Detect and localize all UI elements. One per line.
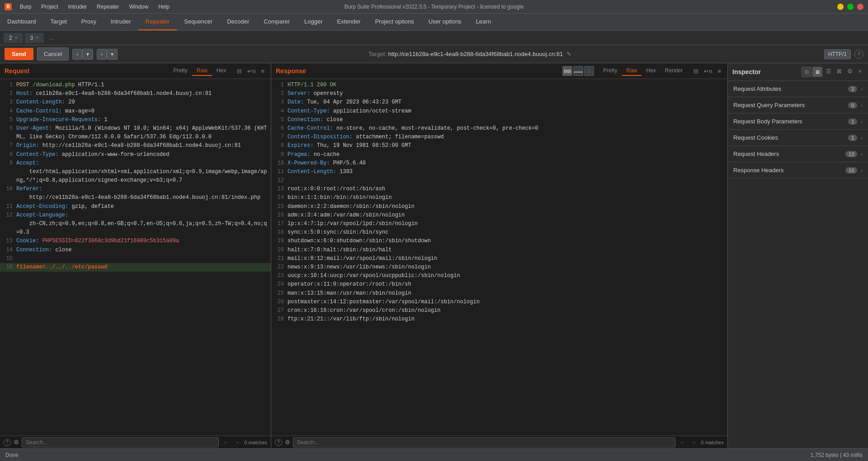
window-controls: − □ ×	[837, 4, 863, 10]
response-view-full[interactable]: □	[584, 66, 594, 76]
inspector-split-icon[interactable]: ⊠	[835, 67, 844, 77]
inspector-view-2[interactable]: ⊞	[812, 67, 822, 77]
request-search-forward[interactable]: →	[233, 439, 241, 446]
response-view-vert[interactable]: ▬▬	[573, 66, 583, 76]
response-line-10: 10 X-Powered-By: PHP/5.6.40	[271, 159, 727, 168]
status-left: Done	[5, 452, 19, 458]
nav-tab-user-options[interactable]: User options	[421, 14, 469, 30]
inspector-list-icon[interactable]: ☰	[824, 67, 833, 77]
inspector-section-cookies-header[interactable]: Request Cookies 1 ›	[728, 130, 868, 146]
nav-tab-sequencer[interactable]: Sequencer	[177, 14, 220, 30]
section-count-query-params: 0	[848, 102, 857, 108]
request-menu-icon[interactable]: ≡	[259, 67, 266, 75]
forward-dropdown[interactable]: ▾	[107, 49, 118, 60]
nav-tab-intruder[interactable]: Intruder	[104, 14, 138, 30]
request-tab-pretty[interactable]: Pretty	[169, 66, 192, 76]
repeater-tab-2[interactable]: 2 ×	[4, 33, 23, 43]
inspector-settings-icon[interactable]: ⚙	[845, 67, 854, 77]
request-search-input[interactable]	[22, 437, 219, 447]
nav-tab-repeater[interactable]: Repeater	[138, 14, 177, 30]
request-wrap-icon[interactable]: ↵n	[245, 67, 257, 75]
menu-intruder[interactable]: Intruder	[64, 2, 91, 12]
response-search-input[interactable]	[293, 437, 675, 447]
menu-project[interactable]: Project	[37, 2, 62, 12]
nav-tab-comparer[interactable]: Comparer	[256, 14, 297, 30]
request-line-5: 5 Upgrade-Insecure-Requests: 1	[0, 116, 271, 124]
nav-tab-project-options[interactable]: Project options	[368, 14, 421, 30]
response-search-back[interactable]: ←	[678, 439, 687, 446]
response-line-2: 2 Server: openresty	[271, 89, 727, 98]
inspector-section-request-attributes-header[interactable]: Request Attributes 2 ›	[728, 81, 868, 97]
response-search-gear[interactable]: ⚙	[285, 439, 290, 446]
response-line-20: 20 halt:x:7:0:halt:/sbin:/sbin/halt	[271, 246, 727, 254]
request-panel-header: Request Pretty Raw Hex ⊟ ↵n ≡	[0, 63, 271, 79]
request-tab-hex[interactable]: Hex	[212, 66, 231, 76]
response-menu-icon[interactable]: ≡	[716, 67, 723, 75]
response-code-area[interactable]: 1 HTTP/1.1 200 OK 2 Server: openresty 3 …	[271, 79, 727, 436]
menu-window[interactable]: Window	[124, 2, 153, 12]
request-code-area[interactable]: 1 POST /download.php HTTP/1.1 2 Host: ce…	[0, 79, 271, 436]
nav-tab-dashboard[interactable]: Dashboard	[0, 14, 43, 30]
response-view-split[interactable]: ⊟⊟	[562, 66, 572, 76]
response-line-4: 4 Content-Type: application/octet-stream	[271, 107, 727, 116]
back-dropdown[interactable]: ▾	[82, 49, 93, 60]
close-button[interactable]: ×	[857, 4, 863, 10]
cancel-button[interactable]: Cancel	[37, 47, 69, 61]
response-copy-icon[interactable]: ⊟	[692, 67, 700, 75]
inspector-section-query-params: Request Query Parameters 0 ›	[728, 97, 868, 113]
protocol-badge[interactable]: HTTP/1	[824, 49, 851, 59]
response-search-forward[interactable]: →	[689, 439, 698, 446]
request-tab-raw[interactable]: Raw	[192, 66, 212, 76]
forward-button[interactable]: ›	[97, 49, 107, 60]
tab-close-2[interactable]: ×	[15, 35, 18, 40]
response-line-19: 19 shutdown:x:6:0:shutdown:/sbin:/sbin/s…	[271, 237, 727, 245]
response-tab-pretty[interactable]: Pretty	[599, 66, 622, 76]
request-line-15: 15	[0, 254, 271, 263]
request-panel: Request Pretty Raw Hex ⊟ ↵n ≡ 1 POST /do…	[0, 63, 271, 448]
request-search-back[interactable]: ←	[222, 439, 230, 446]
response-tab-render[interactable]: Render	[660, 66, 687, 76]
nav-tab-extender[interactable]: Extender	[330, 14, 368, 30]
response-tab-hex[interactable]: Hex	[642, 66, 660, 76]
inspector-close-icon[interactable]: ×	[856, 67, 863, 77]
request-search-gear[interactable]: ⚙	[14, 439, 19, 446]
send-button[interactable]: Send	[5, 48, 33, 60]
menu-help[interactable]: Help	[154, 2, 174, 12]
repeater-tab-3[interactable]: 3 ×	[25, 33, 44, 43]
tab-label: 2	[9, 35, 12, 41]
minimize-button[interactable]: −	[837, 4, 844, 10]
nav-tab-logger[interactable]: Logger	[297, 14, 330, 30]
response-search-help[interactable]: ?	[275, 439, 282, 446]
request-copy-icon[interactable]: ⊟	[235, 67, 244, 75]
response-matches: 0 matches	[701, 440, 724, 445]
nav-tab-proxy[interactable]: Proxy	[74, 14, 104, 30]
inspector-section-response-headers-header[interactable]: Response Headers 10 ›	[728, 162, 868, 178]
request-line-4: 4 Cache-Control: max-age=0	[0, 107, 271, 116]
back-button[interactable]: ‹	[72, 49, 82, 60]
tab-close-3[interactable]: ×	[36, 35, 38, 40]
nav-tab-learn[interactable]: Learn	[469, 14, 498, 30]
inspector-view-1[interactable]: ⊟	[802, 67, 811, 77]
response-line-25: 25 man:x:13:15:man:/usr/man:/sbin/nologi…	[271, 289, 727, 298]
navbar: Dashboard Target Proxy Intruder Repeater…	[0, 14, 868, 31]
response-tab-raw[interactable]: Raw	[622, 66, 642, 76]
response-line-23: 23 uucp:x:10:14:uucp:/var/spool/uucppubl…	[271, 272, 727, 280]
menu-repeater[interactable]: Repeater	[92, 2, 123, 12]
response-wrap-icon[interactable]: ↵n	[702, 67, 714, 75]
request-line-14: 14 Connection: close	[0, 246, 271, 254]
inspector-section-response-headers: Response Headers 10 ›	[728, 162, 868, 179]
inspector-section-query-params-header[interactable]: Request Query Parameters 0 ›	[728, 97, 868, 113]
response-line-5: 5 Connection: close	[271, 116, 727, 124]
request-search-help[interactable]: ?	[4, 439, 11, 446]
maximize-button[interactable]: □	[847, 4, 854, 10]
edit-icon[interactable]: ✎	[566, 51, 571, 57]
nav-tab-decoder[interactable]: Decoder	[220, 14, 256, 30]
response-line-15: 15 daemon:x:2:2:daemon:/sbin:/sbin/nolog…	[271, 202, 727, 211]
inspector-section-body-params-header[interactable]: Request Body Parameters 1 ›	[728, 113, 868, 129]
section-count-request-headers: 13	[845, 151, 857, 157]
tab-more[interactable]: …	[46, 34, 57, 41]
help-button[interactable]: ?	[854, 50, 863, 59]
menu-burp[interactable]: Burp	[15, 2, 36, 12]
nav-tab-target[interactable]: Target	[43, 14, 74, 30]
inspector-section-request-headers-header[interactable]: Request Headers 13 ›	[728, 146, 868, 162]
